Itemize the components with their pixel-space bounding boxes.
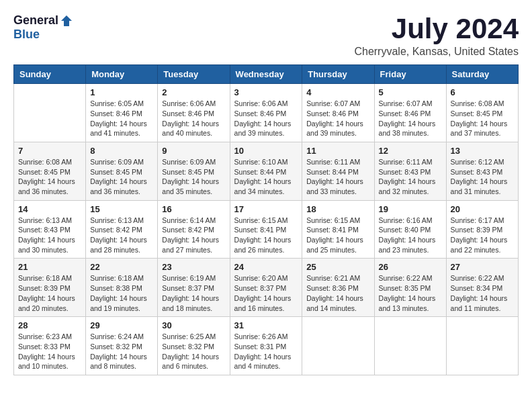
- day-number: 14: [18, 204, 81, 214]
- calendar-cell: [446, 317, 518, 375]
- calendar-cell: 2Sunrise: 6:06 AM Sunset: 8:46 PM Daylig…: [158, 84, 230, 142]
- day-number: 19: [379, 204, 442, 214]
- cell-details: Sunrise: 6:22 AM Sunset: 8:34 PM Dayligh…: [451, 273, 514, 313]
- calendar-header-row: SundayMondayTuesdayWednesdayThursdayFrid…: [14, 65, 519, 84]
- logo-blue-text: Blue: [13, 28, 40, 42]
- calendar-cell: 15Sunrise: 6:13 AM Sunset: 8:42 PM Dayli…: [86, 200, 158, 259]
- cell-details: Sunrise: 6:25 AM Sunset: 8:32 PM Dayligh…: [162, 332, 225, 371]
- cell-details: Sunrise: 6:11 AM Sunset: 8:44 PM Dayligh…: [306, 157, 369, 197]
- cell-details: Sunrise: 6:24 AM Sunset: 8:32 PM Dayligh…: [90, 332, 153, 371]
- day-number: 11: [306, 146, 369, 156]
- cell-details: Sunrise: 6:14 AM Sunset: 8:42 PM Dayligh…: [162, 216, 225, 255]
- cell-details: Sunrise: 6:15 AM Sunset: 8:41 PM Dayligh…: [234, 216, 298, 255]
- cell-details: Sunrise: 6:21 AM Sunset: 8:36 PM Dayligh…: [306, 273, 369, 313]
- day-number: 27: [451, 262, 514, 272]
- calendar-cell: 24Sunrise: 6:20 AM Sunset: 8:37 PM Dayli…: [230, 259, 302, 317]
- day-number: 2: [162, 87, 225, 97]
- cell-details: Sunrise: 6:08 AM Sunset: 8:45 PM Dayligh…: [451, 99, 514, 138]
- calendar-cell: 14Sunrise: 6:13 AM Sunset: 8:43 PM Dayli…: [14, 200, 86, 259]
- page-subtitle: Cherryvale, Kansas, United States: [354, 46, 519, 58]
- day-number: 10: [234, 146, 298, 156]
- cell-details: Sunrise: 6:18 AM Sunset: 8:39 PM Dayligh…: [18, 273, 81, 313]
- calendar-cell: 23Sunrise: 6:19 AM Sunset: 8:37 PM Dayli…: [158, 259, 230, 317]
- cell-details: Sunrise: 6:22 AM Sunset: 8:35 PM Dayligh…: [379, 273, 442, 313]
- page-header: General Blue July 2024 Cherryvale, Kansa…: [13, 13, 519, 58]
- cell-details: Sunrise: 6:09 AM Sunset: 8:45 PM Dayligh…: [162, 157, 225, 197]
- day-number: 12: [379, 146, 442, 156]
- calendar-cell: 30Sunrise: 6:25 AM Sunset: 8:32 PM Dayli…: [158, 317, 230, 375]
- cell-details: Sunrise: 6:12 AM Sunset: 8:43 PM Dayligh…: [451, 157, 514, 197]
- cell-details: Sunrise: 6:13 AM Sunset: 8:43 PM Dayligh…: [18, 216, 81, 255]
- calendar-cell: 22Sunrise: 6:18 AM Sunset: 8:38 PM Dayli…: [86, 259, 158, 317]
- logo-icon: [60, 14, 73, 28]
- cell-details: Sunrise: 6:10 AM Sunset: 8:44 PM Dayligh…: [234, 157, 298, 197]
- calendar-cell: 16Sunrise: 6:14 AM Sunset: 8:42 PM Dayli…: [158, 200, 230, 259]
- day-number: 16: [162, 204, 225, 214]
- calendar-cell: 25Sunrise: 6:21 AM Sunset: 8:36 PM Dayli…: [302, 259, 374, 317]
- calendar-cell: 31Sunrise: 6:26 AM Sunset: 8:31 PM Dayli…: [230, 317, 302, 375]
- day-number: 15: [90, 204, 153, 214]
- cell-details: Sunrise: 6:11 AM Sunset: 8:43 PM Dayligh…: [379, 157, 442, 197]
- day-number: 1: [90, 87, 153, 97]
- cell-details: Sunrise: 6:19 AM Sunset: 8:37 PM Dayligh…: [162, 273, 225, 313]
- calendar-week-3: 14Sunrise: 6:13 AM Sunset: 8:43 PM Dayli…: [14, 200, 519, 259]
- calendar-cell: [374, 317, 446, 375]
- day-number: 5: [379, 87, 442, 97]
- calendar-header-sunday: Sunday: [14, 65, 86, 84]
- calendar-cell: 18Sunrise: 6:15 AM Sunset: 8:41 PM Dayli…: [302, 200, 374, 259]
- calendar-cell: 17Sunrise: 6:15 AM Sunset: 8:41 PM Dayli…: [230, 200, 302, 259]
- calendar-header-thursday: Thursday: [302, 65, 374, 84]
- calendar-header-monday: Monday: [86, 65, 158, 84]
- cell-details: Sunrise: 6:07 AM Sunset: 8:46 PM Dayligh…: [379, 99, 442, 138]
- cell-details: Sunrise: 6:06 AM Sunset: 8:46 PM Dayligh…: [234, 99, 298, 138]
- cell-details: Sunrise: 6:05 AM Sunset: 8:46 PM Dayligh…: [90, 99, 153, 138]
- calendar-week-5: 28Sunrise: 6:23 AM Sunset: 8:33 PM Dayli…: [14, 317, 519, 375]
- calendar-cell: [302, 317, 374, 375]
- day-number: 28: [18, 320, 81, 330]
- day-number: 21: [18, 262, 81, 272]
- day-number: 8: [90, 146, 153, 156]
- svg-marker-0: [61, 15, 72, 26]
- calendar-cell: 4Sunrise: 6:07 AM Sunset: 8:46 PM Daylig…: [302, 84, 374, 142]
- calendar-cell: 26Sunrise: 6:22 AM Sunset: 8:35 PM Dayli…: [374, 259, 446, 317]
- calendar-cell: 7Sunrise: 6:08 AM Sunset: 8:45 PM Daylig…: [14, 142, 86, 200]
- calendar-cell: 20Sunrise: 6:17 AM Sunset: 8:39 PM Dayli…: [446, 200, 518, 259]
- cell-details: Sunrise: 6:07 AM Sunset: 8:46 PM Dayligh…: [306, 99, 369, 138]
- calendar-cell: 6Sunrise: 6:08 AM Sunset: 8:45 PM Daylig…: [446, 84, 518, 142]
- calendar-cell: 21Sunrise: 6:18 AM Sunset: 8:39 PM Dayli…: [14, 259, 86, 317]
- cell-details: Sunrise: 6:18 AM Sunset: 8:38 PM Dayligh…: [90, 273, 153, 313]
- cell-details: Sunrise: 6:06 AM Sunset: 8:46 PM Dayligh…: [162, 99, 225, 138]
- day-number: 7: [18, 146, 81, 156]
- calendar-week-4: 21Sunrise: 6:18 AM Sunset: 8:39 PM Dayli…: [14, 259, 519, 317]
- day-number: 25: [306, 262, 369, 272]
- day-number: 3: [234, 87, 298, 97]
- cell-details: Sunrise: 6:15 AM Sunset: 8:41 PM Dayligh…: [306, 216, 369, 255]
- day-number: 18: [306, 204, 369, 214]
- cell-details: Sunrise: 6:16 AM Sunset: 8:40 PM Dayligh…: [379, 216, 442, 255]
- logo: General Blue: [13, 13, 73, 42]
- calendar-week-1: 1Sunrise: 6:05 AM Sunset: 8:46 PM Daylig…: [14, 84, 519, 142]
- calendar-cell: 10Sunrise: 6:10 AM Sunset: 8:44 PM Dayli…: [230, 142, 302, 200]
- calendar-cell: 28Sunrise: 6:23 AM Sunset: 8:33 PM Dayli…: [14, 317, 86, 375]
- calendar-header-friday: Friday: [374, 65, 446, 84]
- day-number: 31: [234, 320, 298, 330]
- calendar-cell: 11Sunrise: 6:11 AM Sunset: 8:44 PM Dayli…: [302, 142, 374, 200]
- day-number: 30: [162, 320, 225, 330]
- cell-details: Sunrise: 6:08 AM Sunset: 8:45 PM Dayligh…: [18, 157, 81, 197]
- day-number: 13: [451, 146, 514, 156]
- cell-details: Sunrise: 6:26 AM Sunset: 8:31 PM Dayligh…: [234, 332, 298, 371]
- page-title: July 2024: [354, 13, 519, 44]
- calendar-week-2: 7Sunrise: 6:08 AM Sunset: 8:45 PM Daylig…: [14, 142, 519, 200]
- cell-details: Sunrise: 6:09 AM Sunset: 8:45 PM Dayligh…: [90, 157, 153, 197]
- day-number: 23: [162, 262, 225, 272]
- calendar-header-wednesday: Wednesday: [230, 65, 302, 84]
- cell-details: Sunrise: 6:17 AM Sunset: 8:39 PM Dayligh…: [451, 216, 514, 255]
- calendar-cell: 27Sunrise: 6:22 AM Sunset: 8:34 PM Dayli…: [446, 259, 518, 317]
- title-block: July 2024 Cherryvale, Kansas, United Sta…: [354, 13, 519, 58]
- calendar-cell: 13Sunrise: 6:12 AM Sunset: 8:43 PM Dayli…: [446, 142, 518, 200]
- day-number: 6: [451, 87, 514, 97]
- calendar-cell: 8Sunrise: 6:09 AM Sunset: 8:45 PM Daylig…: [86, 142, 158, 200]
- day-number: 9: [162, 146, 225, 156]
- day-number: 4: [306, 87, 369, 97]
- calendar-cell: 19Sunrise: 6:16 AM Sunset: 8:40 PM Dayli…: [374, 200, 446, 259]
